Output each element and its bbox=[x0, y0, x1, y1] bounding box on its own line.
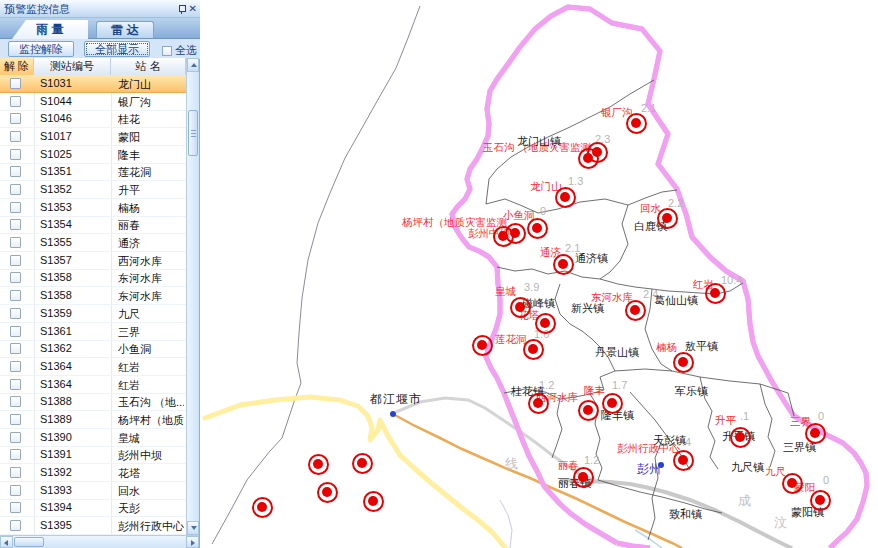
station-marker[interactable] bbox=[523, 339, 544, 360]
station-marker[interactable] bbox=[578, 148, 599, 169]
station-marker[interactable] bbox=[673, 450, 694, 471]
table-row[interactable]: S1046桂花 bbox=[0, 110, 186, 128]
table-row[interactable]: S1364红岩 bbox=[0, 376, 186, 394]
table-row[interactable]: S1355通济 bbox=[0, 234, 186, 252]
map-canvas[interactable]: 银厂沟2.1玉石沟 （地质灾害监测2.3龙门山1.3回水2.2杨坪村（地质灾害监… bbox=[200, 0, 878, 548]
station-marker[interactable] bbox=[602, 393, 623, 414]
table-row[interactable]: S1391彭州中坝 bbox=[0, 446, 186, 464]
release-checkbox[interactable] bbox=[10, 255, 21, 266]
release-checkbox[interactable] bbox=[10, 96, 21, 107]
table-row[interactable]: S1357西河水库 bbox=[0, 252, 186, 270]
scroll-left-button[interactable] bbox=[0, 536, 13, 548]
station-marker[interactable] bbox=[510, 297, 531, 318]
station-marker[interactable] bbox=[317, 482, 338, 503]
release-checkbox[interactable] bbox=[10, 272, 21, 283]
table-row[interactable]: S1395彭州行政中心 bbox=[0, 517, 186, 535]
close-icon[interactable]: ✕ bbox=[189, 0, 197, 18]
monitor-release-button[interactable]: 监控解除 bbox=[8, 41, 74, 57]
station-marker[interactable] bbox=[805, 423, 826, 444]
station-marker[interactable] bbox=[472, 335, 493, 356]
table-row[interactable]: S1044银厂沟 bbox=[0, 93, 186, 111]
station-marker[interactable] bbox=[573, 467, 594, 488]
header-station-name[interactable]: 站 名 bbox=[111, 58, 186, 75]
station-marker[interactable] bbox=[657, 208, 678, 229]
table-row[interactable]: S1394天彭 bbox=[0, 499, 186, 517]
header-release[interactable]: 解 除 bbox=[0, 58, 34, 75]
release-checkbox[interactable] bbox=[10, 113, 21, 124]
station-marker[interactable] bbox=[730, 427, 751, 448]
tab-rainfall[interactable]: 雨 量 bbox=[12, 20, 88, 39]
release-checkbox[interactable] bbox=[10, 449, 21, 460]
station-marker[interactable] bbox=[625, 300, 646, 321]
table-row[interactable]: S1362小鱼洞 bbox=[0, 340, 186, 358]
release-checkbox[interactable] bbox=[10, 502, 21, 513]
scrollbar-thumb[interactable] bbox=[188, 110, 198, 156]
release-checkbox[interactable] bbox=[10, 326, 21, 337]
vertical-scrollbar[interactable] bbox=[186, 58, 199, 535]
station-marker[interactable] bbox=[535, 313, 556, 334]
header-station-id[interactable]: 测站编号 bbox=[34, 58, 111, 75]
station-marker[interactable] bbox=[626, 113, 647, 134]
release-checkbox[interactable] bbox=[10, 467, 21, 478]
station-marker[interactable] bbox=[555, 187, 576, 208]
table-row[interactable]: S1017蒙阳 bbox=[0, 128, 186, 146]
release-checkbox[interactable] bbox=[10, 520, 21, 531]
station-marker[interactable] bbox=[782, 473, 803, 494]
release-checkbox[interactable] bbox=[10, 343, 21, 354]
table-row[interactable]: S1354丽春 bbox=[0, 216, 186, 234]
release-checkbox[interactable] bbox=[10, 308, 21, 319]
release-checkbox[interactable] bbox=[10, 131, 21, 142]
release-checkbox[interactable] bbox=[10, 78, 21, 89]
table-row[interactable]: S1364红岩 bbox=[0, 358, 186, 376]
table-row[interactable]: S1390皇城 bbox=[0, 429, 186, 447]
release-checkbox[interactable] bbox=[10, 219, 21, 230]
release-checkbox[interactable] bbox=[10, 361, 21, 372]
table-row[interactable]: S1361三界 bbox=[0, 323, 186, 341]
table-row[interactable]: S1031龙门山 bbox=[0, 75, 186, 93]
station-marker[interactable] bbox=[527, 218, 548, 239]
table-row[interactable]: S1392花塔 bbox=[0, 464, 186, 482]
scroll-right-button[interactable] bbox=[186, 536, 199, 548]
release-checkbox[interactable] bbox=[10, 202, 21, 213]
tab-radar[interactable]: 雷 达 bbox=[96, 21, 154, 38]
station-marker[interactable] bbox=[308, 454, 329, 475]
table-row[interactable]: S1025隆丰 bbox=[0, 146, 186, 164]
release-checkbox[interactable] bbox=[10, 379, 21, 390]
release-checkbox[interactable] bbox=[10, 149, 21, 160]
release-checkbox[interactable] bbox=[10, 396, 21, 407]
scroll-down-button[interactable] bbox=[187, 521, 199, 535]
table-row[interactable]: S1359九尺 bbox=[0, 305, 186, 323]
table-row[interactable]: S1358东河水库 bbox=[0, 287, 186, 305]
select-all-checkbox[interactable] bbox=[162, 46, 172, 56]
release-checkbox[interactable] bbox=[10, 414, 21, 425]
table-row[interactable]: S1388玉石沟 （地... bbox=[0, 393, 186, 411]
release-checkbox[interactable] bbox=[10, 485, 21, 496]
station-marker[interactable] bbox=[673, 352, 694, 373]
release-checkbox[interactable] bbox=[10, 184, 21, 195]
station-marker[interactable] bbox=[553, 254, 574, 275]
release-checkbox[interactable] bbox=[10, 432, 21, 443]
station-marker[interactable] bbox=[352, 453, 373, 474]
table-row[interactable]: S1351莲花洞 bbox=[0, 163, 186, 181]
release-checkbox[interactable] bbox=[10, 237, 21, 248]
table-row[interactable]: S1352升平 bbox=[0, 181, 186, 199]
select-all[interactable]: 全选 bbox=[162, 43, 197, 58]
station-marker[interactable] bbox=[528, 393, 549, 414]
hscrollbar-thumb[interactable] bbox=[14, 537, 44, 547]
table-row[interactable]: S1353楠杨 bbox=[0, 199, 186, 217]
station-marker[interactable] bbox=[493, 226, 514, 247]
show-all-button[interactable]: 全部显示 bbox=[84, 41, 150, 57]
release-checkbox[interactable] bbox=[10, 166, 21, 177]
table-row[interactable]: S1358东河水库 bbox=[0, 269, 186, 287]
horizontal-scrollbar[interactable] bbox=[0, 535, 199, 548]
station-marker[interactable] bbox=[252, 497, 273, 518]
table-row[interactable]: S1389杨坪村（地质.. bbox=[0, 411, 186, 429]
scroll-up-button[interactable] bbox=[187, 58, 199, 72]
release-checkbox[interactable] bbox=[10, 290, 21, 301]
station-marker[interactable] bbox=[705, 283, 726, 304]
station-marker[interactable] bbox=[810, 490, 831, 511]
station-marker[interactable] bbox=[578, 400, 599, 421]
table-row[interactable]: S1393回水 bbox=[0, 482, 186, 500]
pin-icon[interactable] bbox=[178, 5, 185, 14]
station-marker[interactable] bbox=[363, 491, 384, 512]
